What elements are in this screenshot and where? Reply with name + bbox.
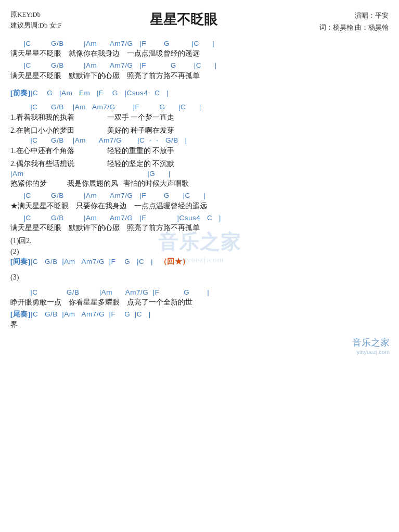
outro-label: [尾奏] (10, 310, 31, 318)
key-suggestion: 建议男调:Db 女:F (10, 20, 62, 31)
header-right: 演唱：平安 词：杨昊翰 曲：杨昊翰 (305, 9, 389, 34)
lyric-row: ★满天星星不眨眼 只要你在我身边 一点点温暖曾经的遥远 (10, 200, 389, 211)
footer: 音乐之家 yinyuezj.com (352, 336, 390, 355)
content: |C G/B |Am Am7/G |F G |C |满天星星不眨眼 就像你在我身… (10, 39, 389, 330)
interlude-label: [间奏] (10, 258, 31, 265)
chord-row: |C G/B |Am Am7/G |C - - G/B | (10, 136, 389, 145)
footer-sub: yinyuezj.com (352, 349, 390, 355)
chord-row: |C G/B |Am Am7/G |F G |C | (10, 191, 389, 200)
prelude-label: [前奏] (10, 89, 31, 97)
blank-line (10, 83, 389, 88)
header: 原KEY:Db 建议男调:Db 女:F 星星不眨眼 演唱：平安 词：杨昊翰 曲：… (10, 9, 389, 34)
lyric-row: 界 (10, 319, 389, 330)
interlude-extra: （回★） (160, 258, 190, 265)
blank-line (10, 97, 389, 103)
lyric-row: 2.在胸口小小的梦田 美好的 种子啊在发芽 (10, 125, 389, 136)
lyric-row: 抱紧你的梦 我是你展翅的风 害怕的时候大声唱歌 (10, 178, 389, 189)
lyric-row: 满天星星不眨眼 默默许下的心愿 照亮了前方路不再孤单 (10, 222, 389, 233)
lyrics-label: 词：杨昊翰 曲：杨昊翰 (305, 21, 389, 33)
lyric-row: 睁开眼勇敢一点 你看星星多耀眼 点亮了一个全新的世 (10, 297, 389, 308)
chord-row: |C G/B |Am Am7/G |F G |C | (10, 61, 389, 70)
header-left: 原KEY:Db 建议男调:Db 女:F (10, 9, 62, 31)
lyric-row: 2.偶尔我有些话想说 轻轻的坚定的 不沉默 (10, 158, 389, 169)
singer-label: 演唱：平安 (305, 9, 389, 21)
chord-lyric-section: |C G/B |Am Am7/G |F G |睁开眼勇敢一点 你看星星多耀眼 点… (10, 288, 389, 308)
page: 原KEY:Db 建议男调:Db 女:F 星星不眨眼 演唱：平安 词：杨昊翰 曲：… (0, 0, 399, 361)
chord-row: |C G/B |Am Am7/G |F G |C | (10, 103, 389, 112)
blank-line (10, 283, 389, 288)
lyric-row: 满天星星不眨眼 默默许下的心愿 照亮了前方路不再孤单 (10, 70, 389, 81)
chord-lyric-section: |C G/B |Am Am7/G |F G |C |满天星星不眨眼 默默许下的心… (10, 61, 389, 81)
lyric-row: 1.在心中还有个角落 轻轻的重重的 不放手 (10, 145, 389, 156)
lyric-row: (1)回2. (10, 235, 389, 246)
chord-row: |C G/B |Am Am7/G |F |Csus4 C | (10, 213, 389, 223)
lyric-row: (2) (10, 246, 389, 257)
chord-lyric-section: |C G/B |Am Am7/G |C - - G/B |1.在心中还有个角落 … (10, 136, 389, 156)
chord-lyric-section: |C G/B |Am Am7/G |F G |C |满天星星不眨眼 就像你在我身… (10, 39, 389, 59)
chord-row: |C G/B |Am Am7/G |F G | (10, 288, 389, 297)
lyric-row: 满天星星不眨眼 就像你在我身边 一点点温暖曾经的遥远 (10, 48, 389, 59)
key-original: 原KEY:Db (10, 9, 62, 20)
lyric-row: 1.看着我和我的执着 一双手 一个梦一直走 (10, 112, 389, 123)
lyric-row: (3) (10, 272, 389, 283)
interlude-row: [间奏]|C G/B |Am Am7/G |F G |C | （回★） (10, 257, 389, 267)
footer-text: 音乐之家 (352, 337, 390, 348)
song-title: 星星不眨眼 (62, 9, 305, 29)
outro-row: [尾奏]|C G/B |Am Am7/G |F G |C | (10, 310, 389, 319)
blank-line (10, 267, 389, 272)
chord-row: |C G/B |Am Am7/G |F G |C | (10, 39, 389, 48)
chord-lyric-section: |Am |G |抱紧你的梦 我是你展翅的风 害怕的时候大声唱歌 (10, 169, 389, 189)
chord-row: |Am |G | (10, 169, 389, 179)
prelude-row: [前奏]|C G |Am Em |F G |Csus4 C | (10, 88, 389, 98)
chord-lyric-section: |C G/B |Am Am7/G |F |Csus4 C |满天星星不眨眼 默默… (10, 213, 389, 234)
chord-lyric-section: |C G/B |Am Am7/G |F G |C |1.看着我和我的执着 一双手… (10, 103, 389, 123)
chord-lyric-section: |C G/B |Am Am7/G |F G |C |★满天星星不眨眼 只要你在我… (10, 191, 389, 211)
